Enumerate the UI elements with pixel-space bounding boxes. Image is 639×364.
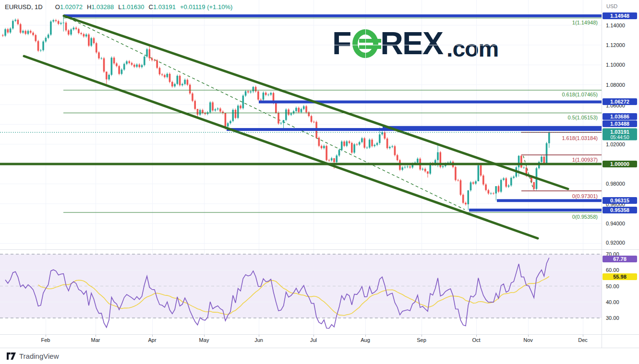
tradingview-logo[interactable]: TradingView [7,352,59,360]
countdown-timer: 05:44:50 [603,135,637,140]
axis-price-badge: 1.0319105:44:50 [603,129,637,141]
tradingview-logo-icon [7,352,16,360]
chart-pane[interactable]: F REX .com EURUSD, 1D O1.02072 H1.03288 … [0,0,602,348]
price-axis[interactable]: USD 1.140001.120001.100001.080001.060001… [602,0,639,348]
axis-price-label: 1.10000 [606,62,625,68]
axis-price-badge: 1.06272 [603,98,637,105]
axis-price-badge: 0.96315 [603,197,637,204]
price-change: +0.01119 (+1.10%) [180,3,232,11]
axis-price-badge: 0.95358 [603,207,637,213]
chart-canvas[interactable] [0,0,602,348]
time-axis[interactable]: FebMarAprMayJunJulAugSepOctNovDec [0,336,602,346]
ohlc-high: H1.03288 [87,3,114,11]
axis-price-label: 1.14000 [606,23,625,28]
axis-price-label: 30.00 [606,315,619,321]
symbol-title[interactable]: EURUSD, 1D [5,3,43,11]
time-axis-month-label: Nov [523,337,533,343]
axis-price-label: 0.92000 [606,240,625,246]
time-axis-month-label: Mar [91,337,100,343]
time-axis-month-label: Aug [361,337,370,343]
axis-price-label: 50.00 [606,283,619,289]
axis-price-label: 1.12000 [606,42,625,48]
time-axis-month-label: Jun [254,337,263,343]
axis-price-badge: 1.03686 [603,113,637,120]
axis-price-label: 40.00 [606,299,619,305]
axis-price-badge: 1.00000 [603,161,637,167]
footer-separator [0,348,639,348]
time-axis-month-label: Jul [310,337,317,343]
axis-price-label: 60.00 [606,267,619,273]
tradingview-logo-text: TradingView [19,352,59,360]
axis-separator [0,334,639,335]
axis-price-label: 1.02000 [606,141,625,147]
time-axis-month-label: Apr [148,337,156,343]
time-axis-month-label: Sep [417,337,426,343]
axis-price-label: 0.94000 [606,221,625,226]
axis-price-label: 0.98000 [606,181,625,187]
time-axis-month-label: Oct [472,337,480,343]
axis-price-badge: 1.03488 [603,120,637,127]
time-axis-month-label: Dec [578,337,588,343]
time-axis-month-label: May [199,337,209,343]
time-axis-month-label: Feb [41,337,50,343]
axis-currency-label: USD [606,3,617,9]
pane-separator[interactable] [0,249,639,250]
footer-bar: TradingView [0,348,639,364]
ohlc-low: L1.01630 [118,3,144,11]
ohlc-close: C1.03191 [149,3,176,11]
symbol-legend[interactable]: EURUSD, 1D O1.02072 H1.03288 L1.01630 C1… [5,3,232,11]
axis-price-label: 1.08000 [606,82,625,88]
axis-price-badge: 67.78 [603,256,637,262]
trading-chart-app: F REX .com EURUSD, 1D O1.02072 H1.03288 … [0,0,639,364]
axis-price-badge: 1.14948 [603,12,637,19]
axis-price-badge: 55.98 [603,273,637,280]
ohlc-open: O1.02072 [55,3,83,11]
